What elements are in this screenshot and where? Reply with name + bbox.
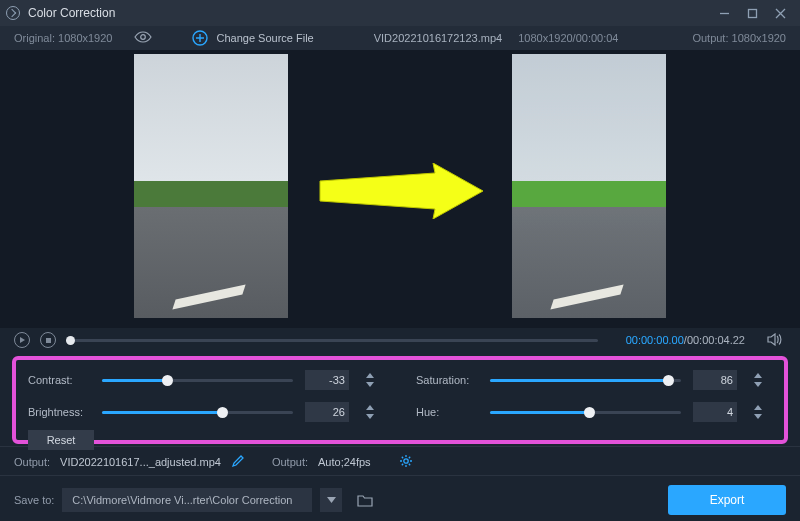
hue-step-up[interactable] — [752, 403, 764, 412]
minimize-button[interactable] — [710, 0, 738, 26]
browse-folder-icon[interactable] — [354, 488, 376, 512]
saturation-step-up[interactable] — [752, 371, 764, 380]
volume-icon[interactable] — [767, 333, 782, 348]
arrow-icon — [315, 163, 485, 219]
app-logo-icon — [6, 6, 20, 20]
preview-area — [0, 50, 800, 328]
save-path-dropdown[interactable] — [320, 488, 342, 512]
saturation-slider[interactable] — [490, 379, 681, 382]
window-title: Color Correction — [28, 6, 115, 20]
source-dimensions: 1080x1920/00:00:04 — [518, 32, 618, 44]
original-label: Original: 1080x1920 — [14, 32, 112, 44]
svg-point-1 — [141, 35, 146, 40]
adjusted-preview — [512, 54, 666, 318]
hue-control: Hue: 4 — [416, 402, 764, 422]
info-bar: Original: 1080x1920 Change Source File V… — [0, 26, 800, 50]
saturation-value[interactable]: 86 — [693, 370, 737, 390]
original-preview — [134, 54, 288, 318]
add-source-icon[interactable] — [192, 30, 208, 46]
playback-bar: 00:00:00.00/00:00:04.22 — [0, 328, 800, 352]
hue-slider[interactable] — [490, 411, 681, 414]
hue-step-down[interactable] — [752, 412, 764, 421]
contrast-value[interactable]: -33 — [305, 370, 349, 390]
saturation-step-down[interactable] — [752, 380, 764, 389]
edit-output-icon[interactable] — [231, 455, 244, 470]
output-settings-icon[interactable] — [399, 454, 413, 470]
svg-rect-0 — [748, 9, 756, 17]
adjustment-panel: Contrast: -33 Saturation: 86 Brightness:… — [16, 360, 784, 440]
save-row: Save to: C:\Vidmore\Vidmore Vi...rter\Co… — [0, 480, 800, 520]
preview-toggle-icon[interactable] — [134, 31, 152, 45]
output-label: Output: 1080x1920 — [692, 32, 786, 44]
play-button[interactable] — [14, 332, 30, 348]
export-button[interactable]: Export — [668, 485, 786, 515]
output-row: Output: VID2022101617..._adjusted.mp4 Ou… — [0, 451, 800, 473]
contrast-step-down[interactable] — [364, 380, 376, 389]
saturation-control: Saturation: 86 — [416, 370, 764, 390]
brightness-control: Brightness: 26 — [28, 402, 376, 422]
maximize-button[interactable] — [738, 0, 766, 26]
contrast-step-up[interactable] — [364, 371, 376, 380]
close-button[interactable] — [766, 0, 794, 26]
hue-value[interactable]: 4 — [693, 402, 737, 422]
brightness-slider[interactable] — [102, 411, 293, 414]
contrast-slider[interactable] — [102, 379, 293, 382]
output-filename: VID2022101617..._adjusted.mp4 — [60, 456, 221, 468]
reset-button[interactable]: Reset — [28, 430, 94, 450]
brightness-step-down[interactable] — [364, 412, 376, 421]
brightness-value[interactable]: 26 — [305, 402, 349, 422]
seek-slider[interactable] — [66, 339, 598, 342]
stop-button[interactable] — [40, 332, 56, 348]
change-source-button[interactable]: Change Source File — [216, 32, 313, 44]
save-path-input[interactable]: C:\Vidmore\Vidmore Vi...rter\Color Corre… — [62, 488, 312, 512]
output-format: Auto;24fps — [318, 456, 371, 468]
title-bar: Color Correction — [0, 0, 800, 26]
contrast-control: Contrast: -33 — [28, 370, 376, 390]
time-display: 00:00:00.00/00:00:04.22 — [626, 334, 745, 346]
svg-point-3 — [403, 459, 407, 463]
source-filename: VID20221016172123.mp4 — [374, 32, 502, 44]
brightness-step-up[interactable] — [364, 403, 376, 412]
